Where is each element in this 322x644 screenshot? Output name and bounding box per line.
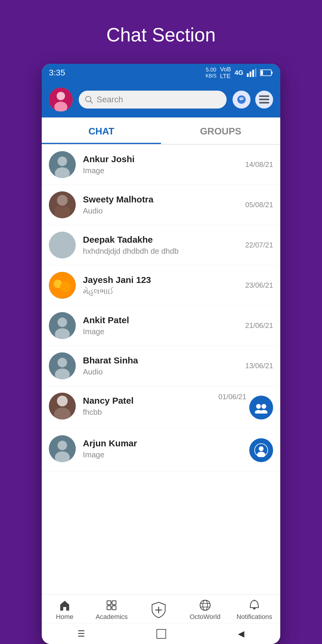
bottom-nav: Home Academics [42,594,280,623]
chat-name: Ankur Joshi [83,154,242,164]
svg-rect-16 [259,95,269,97]
chat-name: Ankit Patel [83,315,242,325]
android-nav-bar: ☰ ◀ [42,623,280,644]
nav-academics[interactable]: Academics [96,599,128,621]
chat-preview: Image [83,450,246,459]
chat-date-group: 01/06/21 [249,393,273,419]
fab-person-button[interactable] [249,438,273,462]
chat-preview: Audio [83,367,242,377]
chat-info: Arjun Kumar Image [83,438,246,459]
network-indicator: VoBLTE [220,66,231,80]
android-home-icon[interactable] [157,629,166,639]
header-actions [233,91,273,109]
home-icon [59,599,71,611]
search-bar[interactable]: Search [79,91,227,109]
group-icon [254,402,269,414]
list-item[interactable]: Deepak Tadakhe hxhdndjdjd dhdbdh de dhdb… [42,225,280,265]
avatar [49,232,76,258]
status-icons: 5.00 KB/S VoBLTE 4G [205,66,273,80]
svg-point-33 [58,358,67,367]
chat-info: Ankit Patel Image [83,315,242,336]
nav-home-label: Home [56,613,74,621]
academics-icon [106,599,117,611]
svg-point-23 [57,195,68,206]
avatar [49,151,76,178]
android-back-icon[interactable]: ◀ [238,629,244,639]
avatar [49,352,76,379]
list-item[interactable]: Sweety Malhotra Audio 05/08/21 [42,185,280,225]
svg-rect-24 [55,206,70,218]
signal-icon [247,69,256,77]
chat-name: Jayesh Jani 123 [83,275,242,285]
tab-chat[interactable]: CHAT [42,117,161,144]
app-header: Search [42,82,280,117]
search-placeholder: Search [97,95,123,104]
chat-date: 01/06/21 [219,393,246,401]
svg-point-15 [242,98,243,99]
avatar [49,312,76,339]
svg-rect-17 [259,99,269,100]
speed-indicator: 5.00 KB/S [205,67,216,79]
phone-frame: 3:35 5.00 KB/S VoBLTE 4G [42,64,280,644]
chat-name: Sweety Malhotra [83,194,242,205]
hamburger-icon [259,95,269,104]
nav-add[interactable] [144,601,174,619]
chat-info: Deepak Tadakhe hxhdndjdjd dhdbdh de dhdb [83,235,242,256]
chat-info: Jayesh Jani 123 મેહુલભાઈ [83,275,242,296]
tab-groups[interactable]: GROUPS [161,117,280,144]
avatar [49,272,76,299]
svg-rect-1 [250,72,251,77]
nav-octoworld[interactable]: OctoWorld [190,599,221,621]
svg-point-30 [58,318,67,327]
list-item[interactable]: Nancy Patel fhcbb 01/06/21 [42,386,280,429]
chat-date-person [249,435,273,462]
avatar-img [49,272,76,299]
svg-point-36 [57,396,68,406]
svg-point-58 [200,600,210,610]
svg-point-8 [57,92,65,100]
svg-point-28 [60,281,71,292]
chat-info: Ankur Joshi Image [83,154,242,175]
chat-date: 22/07/21 [245,241,273,249]
svg-rect-6 [261,70,263,75]
nav-notifications[interactable]: Notifications [236,599,272,621]
message-icon-btn[interactable] [233,91,250,109]
nav-academics-label: Academics [96,613,128,621]
avatar [49,393,76,419]
list-item[interactable]: Jayesh Jani 123 મેહુલભાઈ 23/06/21 [42,265,280,306]
svg-point-41 [260,410,267,414]
list-item[interactable]: Arjun Kumar Image [42,429,280,471]
avatar-img [49,393,76,419]
chat-date: 23/06/21 [245,281,273,290]
svg-point-14 [241,98,242,99]
user-avatar[interactable] [49,88,73,112]
add-person-icon [254,443,268,457]
list-item[interactable]: Ankur Joshi Image 14/08/21 [42,145,280,185]
list-item[interactable]: Bharat Sinha Audio 13/06/21 [42,346,280,386]
person-icon [49,151,76,178]
chat-preview: fhcbb [83,408,246,417]
chat-preview: Audio [83,206,242,216]
search-icon [85,95,93,104]
person-icon [49,435,76,462]
menu-icon-btn[interactable] [255,91,273,109]
android-menu-icon[interactable]: ☰ [78,629,85,639]
list-item[interactable]: Ankit Patel Image 21/06/21 [42,306,280,346]
svg-rect-51 [112,606,116,610]
fab-group-button[interactable] [249,396,273,419]
nav-home[interactable]: Home [50,599,80,621]
chat-date: 13/06/21 [245,362,273,370]
svg-rect-50 [107,606,111,610]
person-icon [49,352,76,379]
chat-date: 05/08/21 [245,201,273,209]
avatar [49,191,76,218]
svg-rect-3 [255,69,256,77]
svg-rect-2 [252,70,254,77]
svg-rect-0 [247,73,249,77]
svg-point-25 [49,232,76,258]
svg-rect-62 [253,608,256,609]
status-bar: 3:35 5.00 KB/S VoBLTE 4G [42,64,280,82]
svg-rect-18 [259,102,269,103]
tabs-bar: CHAT GROUPS [42,117,280,145]
chat-info: Sweety Malhotra Audio [83,194,242,216]
